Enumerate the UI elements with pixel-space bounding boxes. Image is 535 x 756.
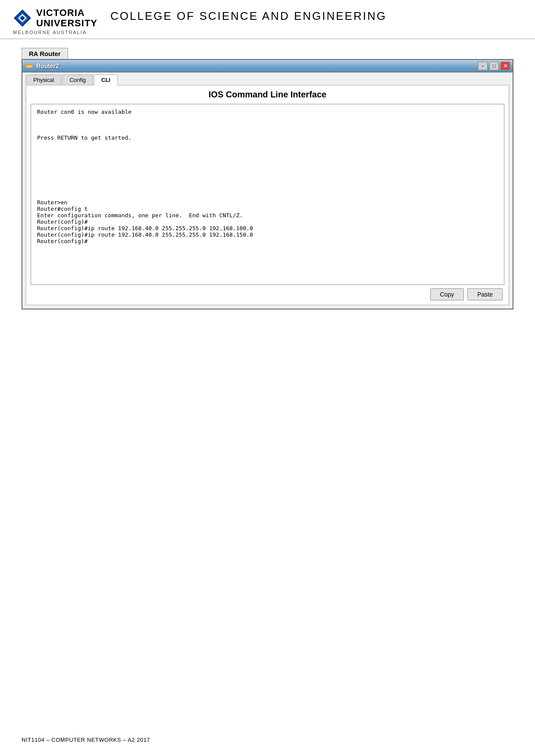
logo-area: VICTORIA UNIVERSITY MELBOURNE AUSTRALIA (13, 8, 97, 35)
paste-button[interactable]: Paste (467, 288, 503, 300)
logo-box: VICTORIA UNIVERSITY (13, 8, 97, 28)
window-title-left: Router2 (25, 62, 59, 70)
copy-button[interactable]: Copy (430, 288, 464, 300)
window-controls: − □ ✕ (478, 62, 510, 70)
victoria-text: VICTORIA (36, 8, 97, 18)
outer-window: Router2 − □ ✕ Physical Config CLI IOS Co… (22, 59, 513, 309)
ios-title: IOS Command Line Interface (31, 90, 504, 100)
svg-point-7 (31, 66, 32, 67)
close-button[interactable]: ✕ (501, 62, 510, 70)
router-icon (25, 62, 34, 70)
cli-terminal[interactable]: Router con0 is now available Press RETUR… (31, 104, 504, 285)
maximize-button[interactable]: □ (489, 62, 499, 70)
svg-point-6 (29, 66, 30, 67)
vu-logo-icon (13, 9, 32, 28)
cli-output: Router con0 is now available Press RETUR… (37, 109, 498, 244)
tab-cli[interactable]: CLI (94, 75, 118, 85)
button-row: Copy Paste (31, 288, 504, 300)
university-text: UNIVERSITY (36, 18, 97, 28)
svg-point-9 (29, 62, 30, 64)
inner-panel: IOS Command Line Interface Router con0 i… (26, 85, 509, 305)
minimize-button[interactable]: − (478, 62, 488, 70)
tab-physical[interactable]: Physical (26, 75, 61, 85)
svg-point-5 (27, 66, 28, 67)
window-titlebar: Router2 − □ ✕ (22, 60, 513, 72)
college-title: COLLEGE OF SCIENCE AND ENGINEERING (110, 8, 387, 23)
melbourne-text: MELBOURNE AUSTRALIA (13, 30, 97, 35)
footer-text: NIT1104 – COMPUTER NETWORKS – A2 2017 (22, 737, 150, 743)
header: VICTORIA UNIVERSITY MELBOURNE AUSTRALIA … (0, 0, 535, 39)
tab-bar: Physical Config CLI (22, 72, 513, 85)
tab-config[interactable]: Config (62, 75, 93, 85)
logo-text: VICTORIA UNIVERSITY (36, 8, 97, 28)
window-title-text: Router2 (36, 62, 59, 69)
main-content: RA Router Router2 − □ ✕ (0, 39, 535, 318)
ra-router-label: RA Router (22, 48, 68, 59)
